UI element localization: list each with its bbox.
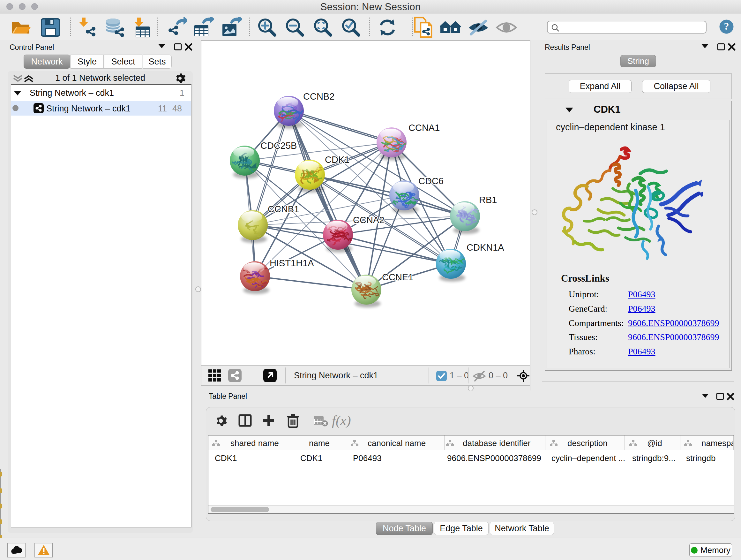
svg-text:CCNE1: CCNE1 xyxy=(382,272,413,282)
svg-text:CDC6: CDC6 xyxy=(418,176,444,186)
svg-text:CDC25B: CDC25B xyxy=(260,140,297,151)
svg-text:CCNB2: CCNB2 xyxy=(303,91,334,102)
svg-text:?: ? xyxy=(724,20,729,32)
svg-text:CCNA1: CCNA1 xyxy=(408,123,440,133)
svg-text:CDKN1A: CDKN1A xyxy=(467,242,504,253)
svg-text:RB1: RB1 xyxy=(479,195,497,205)
svg-text:HIST1H1A: HIST1H1A xyxy=(270,258,314,268)
svg-text:CCNB1: CCNB1 xyxy=(268,204,299,214)
svg-text:CCNA2: CCNA2 xyxy=(353,215,384,225)
svg-text:CDK1: CDK1 xyxy=(325,154,349,165)
